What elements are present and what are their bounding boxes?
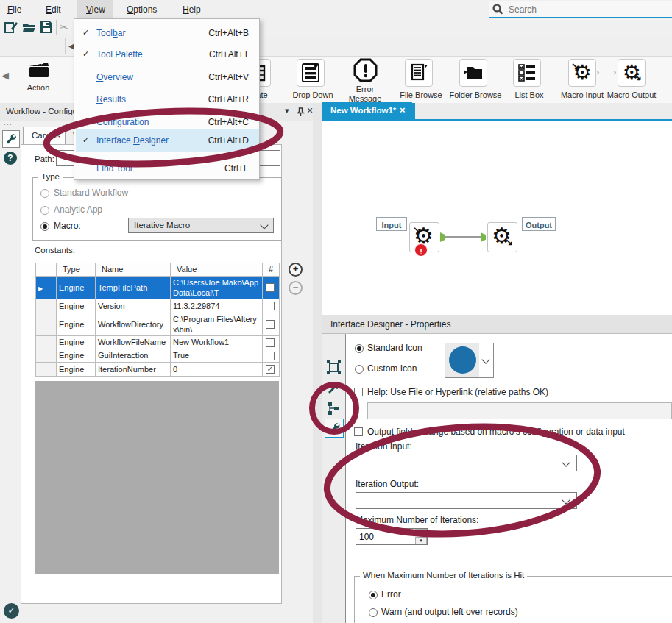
search-input[interactable]: [507, 2, 668, 16]
close-tab-icon[interactable]: ×: [400, 104, 406, 115]
cell-name[interactable]: IterationNumber: [96, 363, 171, 377]
table-row[interactable]: Engine GuiInteraction True: [36, 349, 280, 363]
tool-file-browse[interactable]: File Browse: [403, 58, 435, 102]
wrench-side-button[interactable]: [2, 130, 20, 148]
tool-drop-down[interactable]: Drop Down: [294, 58, 327, 102]
cell-value[interactable]: 11.3.2.29874: [171, 299, 263, 313]
tree-view-icon[interactable]: [327, 402, 341, 416]
checkbox[interactable]: [266, 283, 275, 292]
cell-check[interactable]: [263, 299, 280, 313]
radio-macro[interactable]: [40, 222, 49, 231]
tab-canvas[interactable]: Canvas: [23, 127, 66, 145]
row-selector-cell[interactable]: [36, 349, 57, 363]
radio-standard-workflow[interactable]: [40, 189, 49, 198]
radio-analytic-app[interactable]: [40, 206, 49, 215]
table-row[interactable]: Engine IterationNumber 0 ✓: [36, 363, 280, 377]
help-side-button[interactable]: ?: [4, 152, 17, 165]
radio-custom-icon[interactable]: [355, 365, 364, 374]
checkbox[interactable]: [266, 338, 275, 347]
cell-type[interactable]: Engine: [57, 277, 96, 299]
table-row[interactable]: Engine WorkflowDirectory C:\Program File…: [36, 313, 280, 336]
cell-name[interactable]: GuiInteraction: [96, 349, 171, 363]
table-row[interactable]: Engine Version 11.3.2.29874: [36, 299, 280, 313]
panel-divider[interactable]: [313, 103, 322, 623]
checkbox[interactable]: [266, 352, 275, 360]
macro-type-dropdown[interactable]: Iterative Macro: [128, 218, 274, 233]
pin-icon[interactable]: [297, 107, 305, 117]
row-selector-cell[interactable]: [36, 299, 57, 313]
drag-dots-icon: ⋯: [3, 119, 12, 129]
spinner-down-button[interactable]: ▼: [415, 537, 427, 544]
row-selector-cell[interactable]: [36, 363, 57, 377]
cell-value[interactable]: True: [171, 349, 263, 363]
output-fields-checkbox[interactable]: [354, 427, 363, 436]
radio-warn[interactable]: [369, 608, 378, 617]
cell-check[interactable]: [263, 336, 280, 349]
cell-value[interactable]: C:\Users\Joe Mako\AppData\Local\T: [171, 277, 263, 299]
workflow-canvas[interactable]: Input ⚙ ↘ ! ⚙ ↘ Output: [322, 121, 672, 315]
tool-macro-output[interactable]: › ⚙ ↘ Macro Output: [615, 58, 648, 102]
iteration-output-dropdown[interactable]: [356, 492, 577, 509]
cell-name[interactable]: TempFilePath: [96, 277, 171, 299]
add-constant-button[interactable]: +: [289, 263, 303, 277]
cell-value[interactable]: New Workflow1: [171, 336, 263, 349]
spinner-up-button[interactable]: ▲: [415, 529, 427, 536]
help-checkbox[interactable]: [354, 388, 363, 396]
checkbox[interactable]: [266, 302, 275, 310]
row-selector-cell[interactable]: [36, 336, 57, 349]
canvas-macro-input-tool[interactable]: ⚙ ↘ !: [409, 222, 439, 252]
tool-action[interactable]: Action: [22, 58, 54, 102]
layout-view-icon[interactable]: [327, 360, 341, 374]
input-comment-box[interactable]: Input: [376, 217, 407, 231]
cell-type[interactable]: Engine: [57, 336, 96, 349]
cell-name[interactable]: Version: [96, 299, 171, 313]
iteration-input-dropdown[interactable]: [356, 455, 577, 471]
cell-type[interactable]: Engine: [57, 363, 96, 377]
close-panel-icon[interactable]: ×: [307, 104, 313, 116]
cell-type[interactable]: Engine: [57, 349, 96, 363]
icon-preview-dropdown[interactable]: [445, 343, 494, 378]
interface-designer-panel: Interface Designer - Properties Standard…: [322, 315, 672, 623]
canvas-macro-output-tool[interactable]: ⚙ ↘: [487, 222, 517, 252]
radio-error[interactable]: [369, 591, 378, 599]
cut-icon[interactable]: ✂: [60, 21, 68, 33]
cell-value[interactable]: 0: [171, 363, 263, 377]
table-row[interactable]: ▶ Engine TempFilePath C:\Users\Joe Mako\…: [36, 277, 280, 299]
remove-constant-button[interactable]: −: [289, 281, 303, 295]
tool-error-message[interactable]: Error Message: [349, 58, 381, 102]
cell-check[interactable]: ✓: [263, 363, 280, 377]
cell-type[interactable]: Engine: [57, 299, 96, 313]
tool-macro-input[interactable]: ⚙ ↘ › Macro Input: [566, 58, 598, 102]
col-header[interactable]: Name: [96, 263, 171, 277]
table-row[interactable]: Engine WorkflowFileName New Workflow1: [36, 336, 280, 349]
cell-check[interactable]: [263, 313, 280, 336]
max-iterations-input[interactable]: [358, 530, 414, 544]
save-workflow-icon[interactable]: [40, 21, 52, 33]
row-selector-cell[interactable]: [36, 313, 57, 336]
checkbox[interactable]: [266, 320, 275, 329]
cell-check[interactable]: [263, 349, 280, 363]
test-view-wand-icon[interactable]: [327, 381, 341, 395]
new-workflow-icon[interactable]: [4, 21, 18, 34]
col-header[interactable]: Value: [171, 263, 263, 277]
cell-name[interactable]: WorkflowDirectory: [96, 313, 171, 336]
help-path-input[interactable]: [367, 402, 672, 419]
cell-type[interactable]: Engine: [57, 313, 96, 336]
cell-name[interactable]: WorkflowFileName: [96, 336, 171, 349]
checkbox[interactable]: ✓: [266, 365, 275, 374]
tool-folder-browse[interactable]: Folder Browse: [457, 58, 489, 102]
cell-check[interactable]: [263, 277, 280, 299]
properties-view-button[interactable]: [325, 419, 344, 438]
output-comment-box[interactable]: Output: [522, 217, 556, 231]
tool-list-box[interactable]: List Box: [511, 58, 543, 102]
radio-standard-icon[interactable]: [355, 344, 364, 353]
connection-line[interactable]: [445, 236, 481, 238]
row-selector-cell[interactable]: ▶: [36, 277, 57, 299]
col-header[interactable]: #: [263, 263, 280, 277]
cell-value[interactable]: C:\Program Files\Alteryx\bin\: [171, 313, 263, 336]
open-workflow-icon[interactable]: [22, 21, 36, 33]
col-header[interactable]: Type: [57, 263, 96, 277]
workflow-tab[interactable]: New Workflow1* ×: [322, 103, 415, 119]
panel-menu-caret-icon[interactable]: ▾: [285, 106, 289, 115]
scroll-tools-left-icon[interactable]: ◀: [1, 70, 9, 81]
